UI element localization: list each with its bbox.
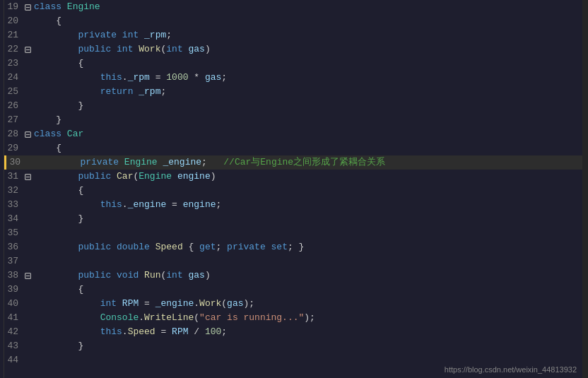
code-content: private int _rpm;: [33, 28, 582, 42]
code-line: 28class Car: [4, 127, 582, 141]
code-line: 40 int RPM = _engine.Work(gas);: [4, 297, 582, 311]
code-content: {: [33, 57, 582, 71]
fold-indicator: [23, 14, 33, 28]
code-content: private Engine _engine; //Car与Engine之间形成…: [35, 155, 582, 170]
fold-indicator: [23, 57, 33, 71]
fold-indicator: [23, 297, 33, 311]
code-line: 20 {: [4, 14, 582, 28]
code-content: }: [33, 339, 582, 353]
code-area: 19class Engine20 {21 private int _rpm;22…: [0, 0, 588, 378]
watermark: https://blog.csdn.net/weixin_44813932: [445, 365, 577, 375]
code-line: 41 Console.WriteLine("car is running..."…: [4, 311, 582, 325]
fold-indicator: [23, 311, 33, 325]
line-number: 41: [4, 311, 23, 325]
line-number: 19: [4, 0, 23, 14]
code-content: {: [33, 14, 582, 28]
fold-indicator: [23, 184, 33, 198]
code-line: 35: [4, 226, 582, 240]
line-number: 34: [4, 212, 23, 226]
code-content: this._engine = engine;: [33, 198, 582, 212]
fold-indicator[interactable]: [23, 268, 33, 283]
fold-indicator: [23, 353, 33, 367]
code-line: 32 {: [4, 184, 582, 198]
code-line: 31 public Car(Engine engine): [4, 170, 582, 184]
code-content: {: [33, 184, 582, 198]
code-content: public double Speed { get; private set; …: [33, 240, 582, 254]
code-line: 36 public double Speed { get; private se…: [4, 240, 582, 254]
fold-indicator: [23, 71, 33, 85]
line-number: 31: [4, 170, 23, 184]
fold-indicator: [23, 85, 33, 99]
fold-indicator: [23, 212, 33, 226]
code-line: 23 {: [4, 57, 582, 71]
fold-indicator[interactable]: [23, 42, 33, 57]
code-line: 29 {: [4, 141, 582, 155]
code-content: class Engine: [33, 0, 582, 14]
code-line: 27 }: [4, 113, 582, 127]
code-line: 42 this.Speed = RPM / 100;: [4, 325, 582, 339]
line-number: 43: [4, 339, 23, 353]
code-content: class Car: [33, 127, 582, 141]
code-line: 22 public int Work(int gas): [4, 42, 582, 57]
line-number: 28: [4, 127, 23, 141]
code-content: Console.WriteLine("car is running...");: [33, 311, 582, 325]
fold-indicator: [25, 155, 35, 170]
line-number: 27: [4, 113, 23, 127]
line-number: 32: [4, 184, 23, 198]
code-content: }: [33, 99, 582, 113]
fold-indicator: [23, 254, 33, 268]
fold-indicator: [23, 339, 33, 353]
fold-indicator: [23, 28, 33, 42]
fold-indicator: [23, 226, 33, 240]
line-number: 44: [4, 353, 23, 367]
line-number: 40: [4, 297, 23, 311]
code-content: public Car(Engine engine): [33, 170, 582, 184]
code-line: 21 private int _rpm;: [4, 28, 582, 42]
code-line: 33 this._engine = engine;: [4, 198, 582, 212]
code-line: 38 public void Run(int gas): [4, 268, 582, 283]
line-number: 21: [4, 28, 23, 42]
code-content: public int Work(int gas): [33, 42, 582, 57]
line-number: 42: [4, 325, 23, 339]
line-number: 38: [4, 268, 23, 283]
line-number: 39: [4, 283, 23, 297]
code-line: 26 }: [4, 99, 582, 113]
fold-indicator: [23, 240, 33, 254]
code-line: 39 {: [4, 283, 582, 297]
line-number: 33: [4, 198, 23, 212]
line-number: 23: [4, 57, 23, 71]
code-content: {: [33, 283, 582, 297]
line-number: 26: [4, 99, 23, 113]
code-content: }: [33, 212, 582, 226]
fold-indicator: [23, 283, 33, 297]
line-number: 24: [4, 71, 23, 85]
line-number: 35: [4, 226, 23, 240]
line-number: 25: [4, 85, 23, 99]
code-line: 34 }: [4, 212, 582, 226]
line-number: 30: [6, 155, 25, 170]
code-content: return _rpm;: [33, 85, 582, 99]
fold-indicator[interactable]: [23, 170, 33, 184]
code-line: 43 }: [4, 339, 582, 353]
code-line: 25 return _rpm;: [4, 85, 582, 99]
code-line: 30 private Engine _engine; //Car与Engine之…: [4, 155, 582, 170]
code-line: 19class Engine: [4, 0, 582, 14]
fold-indicator: [23, 141, 33, 155]
code-content: int RPM = _engine.Work(gas);: [33, 297, 582, 311]
line-number: 20: [4, 14, 23, 28]
line-number: 29: [4, 141, 23, 155]
fold-indicator: [23, 113, 33, 127]
fold-indicator[interactable]: [23, 127, 33, 141]
scrollbar[interactable]: [582, 0, 588, 378]
code-line: 24 this._rpm = 1000 * gas;: [4, 71, 582, 85]
line-number: 22: [4, 42, 23, 57]
code-content: public void Run(int gas): [33, 268, 582, 283]
fold-indicator: [23, 99, 33, 113]
line-number: 36: [4, 240, 23, 254]
code-content: {: [33, 141, 582, 155]
code-content: this._rpm = 1000 * gas;: [33, 71, 582, 85]
code-content: }: [33, 113, 582, 127]
code-line: 37: [4, 254, 582, 268]
line-number: 37: [4, 254, 23, 268]
fold-indicator[interactable]: [23, 0, 33, 14]
